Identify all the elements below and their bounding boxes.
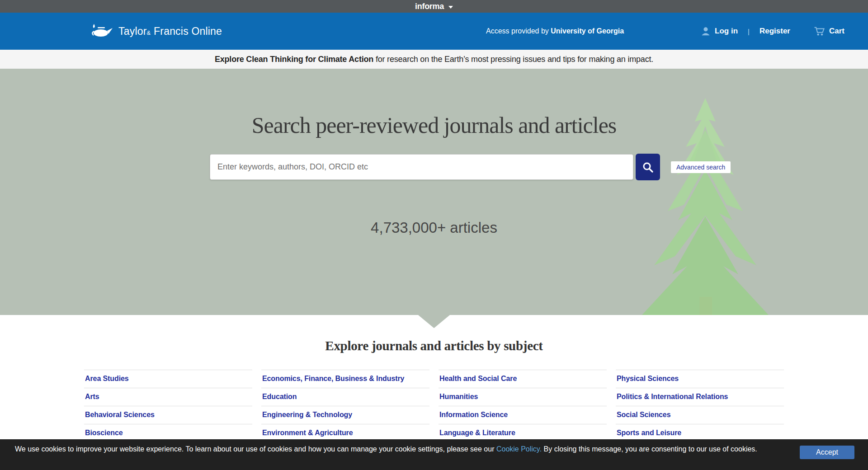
cookie-message: We use cookies to improve your website e… [15, 444, 770, 454]
accept-cookies-button[interactable]: Accept [800, 446, 854, 459]
header-actions: Access provided by University of Georgia… [486, 26, 844, 36]
hero-title: Search peer-reviewed journals and articl… [0, 112, 868, 138]
subject-link-behavioral-sciences[interactable]: Behavioral Sciences [85, 411, 155, 418]
login-button[interactable]: Log in [701, 26, 738, 36]
search-icon [642, 161, 654, 173]
subject-link-sports-leisure[interactable]: Sports and Leisure [617, 429, 681, 437]
list-item: Education [261, 388, 429, 406]
subjects-column-4: Physical Sciences Politics & Internation… [616, 370, 784, 442]
subjects-section: Explore journals and articles by subject… [0, 315, 868, 442]
list-item: Area Studies [84, 370, 252, 388]
subject-link-economics[interactable]: Economics, Finance, Business & Industry [262, 375, 404, 382]
cookie-banner: We use cookies to improve your website e… [0, 439, 868, 470]
list-item: Physical Sciences [616, 370, 784, 388]
search-input[interactable] [210, 154, 633, 180]
cookie-policy-link[interactable]: Cookie Policy. [496, 445, 542, 453]
subject-link-physical-sciences[interactable]: Physical Sciences [617, 375, 679, 382]
subject-link-bioscience[interactable]: Bioscience [85, 429, 123, 437]
access-provided-text: Access provided by University of Georgia [486, 27, 624, 35]
subject-link-environment[interactable]: Environment & Agriculture [262, 429, 353, 437]
subject-link-social-sciences[interactable]: Social Sciences [617, 411, 670, 418]
list-item: Engineering & Technology [261, 406, 429, 424]
subject-link-arts[interactable]: Arts [85, 393, 99, 400]
article-count: 4,733,000+ articles [0, 219, 868, 236]
subject-link-engineering[interactable]: Engineering & Technology [262, 411, 352, 418]
list-item: Humanities [439, 388, 607, 406]
list-item: Economics, Finance, Business & Industry [261, 370, 429, 388]
list-item: Politics & International Relations [616, 388, 784, 406]
logo-text: Taylor& Francis Online [118, 25, 222, 38]
informa-logo: informa [415, 2, 444, 11]
subject-link-information-science[interactable]: Information Science [439, 411, 508, 418]
subject-link-language-literature[interactable]: Language & Literature [439, 429, 515, 437]
subject-link-health[interactable]: Health and Social Care [439, 375, 517, 382]
cart-icon [814, 26, 825, 36]
subject-link-area-studies[interactable]: Area Studies [85, 375, 129, 382]
subjects-column-1: Area Studies Arts Behavioral Sciences Bi… [84, 370, 252, 442]
informa-bar: informa [0, 0, 868, 13]
user-icon [701, 26, 711, 36]
list-item: Behavioral Sciences [84, 406, 252, 424]
hero-notch-decoration [418, 315, 450, 328]
lamp-icon [90, 22, 113, 40]
advanced-search-link[interactable]: Advanced search [671, 161, 731, 173]
header-divider: | [748, 28, 750, 35]
subjects-grid: Area Studies Arts Behavioral Sciences Bi… [84, 370, 784, 442]
hero-section: Search peer-reviewed journals and articl… [0, 69, 868, 315]
cart-button[interactable]: Cart [814, 26, 844, 36]
chevron-down-icon [448, 6, 453, 9]
site-header: Taylor& Francis Online Access provided b… [0, 13, 868, 50]
informa-dropdown[interactable]: informa [415, 2, 453, 11]
register-button[interactable]: Register [760, 27, 790, 36]
list-item: Information Science [439, 406, 607, 424]
list-item: Health and Social Care [439, 370, 607, 388]
subjects-column-3: Health and Social Care Humanities Inform… [439, 370, 607, 442]
search-bar: Advanced search [210, 154, 868, 180]
announcement-banner: Explore Clean Thinking for Climate Actio… [0, 50, 868, 69]
subject-link-humanities[interactable]: Humanities [439, 393, 478, 400]
announcement-link[interactable]: Explore Clean Thinking for Climate Actio… [215, 55, 373, 64]
subject-link-politics[interactable]: Politics & International Relations [617, 393, 728, 400]
list-item: Arts [84, 388, 252, 406]
taylor-francis-logo[interactable]: Taylor& Francis Online [90, 22, 222, 40]
announcement-text: for research on the Earth’s most pressin… [373, 55, 653, 64]
subject-link-education[interactable]: Education [262, 393, 297, 400]
subjects-column-2: Economics, Finance, Business & Industry … [261, 370, 429, 442]
search-button[interactable] [636, 154, 660, 180]
list-item: Social Sciences [616, 406, 784, 424]
